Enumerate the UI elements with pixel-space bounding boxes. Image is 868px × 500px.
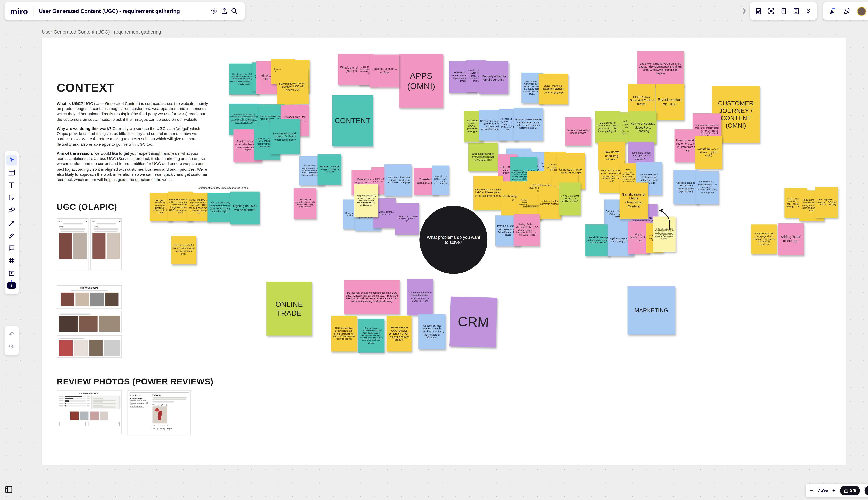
reactions-icon[interactable] (842, 6, 852, 16)
sticky-note[interactable]: would like to …icate content …m many ugc… (696, 171, 719, 204)
ugc-photo[interactable] (90, 292, 103, 306)
sticky-note[interactable]: UGC can't be uploaded directly via the w… (294, 188, 316, 219)
share-label[interactable]: ◎ Share (58, 225, 87, 228)
sticky-note[interactable]: Option to capture content from different… (673, 170, 698, 204)
no-link[interactable]: No (0) (160, 427, 165, 429)
sticky-note[interactable]: …ntiated …rience …an App (369, 54, 399, 87)
sticky-note[interactable]: Flexibility to test putting UGC at diffe… (473, 176, 503, 210)
sticky-note[interactable]: 'As seen on' tags where content is creat… (418, 314, 446, 349)
comment-tool-icon[interactable] (6, 242, 17, 253)
ugc-olapic-heading[interactable]: UGC (OLAPIC) (57, 202, 117, 212)
review-url[interactable]: https://www.clarins... (130, 406, 150, 408)
sticky-note[interactable]: UGC guide for customers to take a great … (595, 111, 620, 143)
sticky-note[interactable]: Need to be mindful that we might change … (171, 236, 196, 264)
review-photos-heading[interactable]: REVIEW PHOTOS (POWER REVIEWS) (57, 376, 213, 386)
ugc-photo[interactable] (75, 292, 89, 306)
reviewer-photo[interactable] (152, 406, 167, 423)
undo-icon[interactable]: ↶ (6, 329, 17, 340)
ugc-photo[interactable] (74, 340, 88, 356)
phone-screenshot-1[interactable]: 10:22▮ ◎ Share (57, 218, 89, 270)
sticky-note[interactable]: …n we d… …e great… …we do… …rate int… …h… (432, 166, 449, 195)
review-photo[interactable] (70, 411, 79, 420)
sticky-note[interactable]: Is this relevant to UGC functionality? T… (653, 216, 676, 252)
sticky-note[interactable]: …used in a …ional way …er than … inspira… (384, 164, 412, 196)
sticky-note[interactable]: Tracy: not just sticking it up there but… (354, 184, 378, 217)
search-reviews-input[interactable] (59, 422, 85, 426)
upload-tool-icon[interactable] (6, 268, 17, 279)
sticky-note[interactable]: Do we need to credit customer's photos w… (271, 119, 300, 154)
sticky-note[interactable]: Have ability manage and report on usage … (585, 225, 610, 256)
help-button[interactable]: ? (864, 486, 868, 495)
sticky-note[interactable]: 'Be inspired' on app homepage uses the U… (344, 280, 400, 314)
search-icon[interactable] (229, 6, 239, 16)
notes-icon[interactable] (791, 6, 801, 16)
sticky-note[interactable]: …promote …C in-store? …g QR code) (695, 136, 722, 169)
ugc-photo[interactable] (73, 233, 87, 259)
phone-screenshot-2[interactable]: 10:22▮ ◎ Share (90, 218, 122, 270)
board-title[interactable]: User Generated Content (UGC) - requireme… (39, 8, 180, 14)
yes-link[interactable]: Yes (2) (152, 427, 158, 429)
sticky-note[interactable]: …inking of other …oducts within the …GC … (514, 214, 539, 246)
ugc-photo[interactable] (60, 292, 74, 306)
frames-counter-pill[interactable]: 3/8 (840, 486, 860, 495)
review-photo[interactable] (100, 411, 108, 420)
sticky-note[interactable]: editable/ …rchable …mage …bilities i.e. … (318, 154, 341, 185)
review-photo[interactable] (80, 411, 89, 420)
sticky-note[interactable]: MARKETING (628, 286, 675, 334)
frame-tool-icon[interactable] (6, 255, 17, 266)
ugc-photo[interactable] (104, 292, 118, 306)
sticky-note[interactable]: UGC - more like instagram stories? (more… (538, 73, 568, 104)
sticky-note[interactable]: …ther …s in the journey to surface? (538, 187, 561, 219)
ugc-photo[interactable] (104, 340, 120, 356)
report-link[interactable]: Report (167, 427, 172, 429)
ugc-photo[interactable] (106, 233, 120, 259)
context-text[interactable]: What is UGC? UGC (User Generated Content… (57, 101, 210, 186)
sticky-note[interactable]: Display content/ prioritise content base… (514, 107, 543, 140)
board-overview-icon[interactable] (4, 485, 13, 494)
ugc-photo[interactable] (89, 340, 103, 356)
sticky-note[interactable]: Can we look at compatibilities with the … (358, 319, 384, 353)
ugc-photo[interactable] (99, 316, 120, 331)
sticky-note[interactable]: How might we connect "standard" UGC with… (276, 69, 309, 105)
sticky-note[interactable]: How might we …stomers …GC (pull …h likes… (815, 187, 838, 218)
frames-focus-icon[interactable] (766, 6, 776, 16)
share-label[interactable]: ◎ Share (92, 225, 120, 228)
sticky-note[interactable]: CRM (449, 296, 497, 348)
presentation-cursor-icon[interactable] (827, 6, 838, 16)
connector-tool-icon[interactable] (6, 217, 17, 228)
sticky-note[interactable]: UGC permeating existing journeys - being… (331, 316, 357, 351)
sticky-note[interactable]: UGC is a great way of displaying diversi… (207, 193, 232, 222)
ugc-photo[interactable] (59, 316, 78, 331)
timer-icon[interactable]: 3 (778, 6, 788, 16)
sticky-note[interactable]: Loads in client side slows page down How… (751, 225, 777, 254)
review-photo[interactable] (90, 411, 99, 420)
ratings-reviews-screenshot[interactable]: RATINGS AND REVIEWS ⌄ (57, 390, 122, 434)
cards-icon[interactable] (753, 6, 764, 16)
sticky-note[interactable]: Partners driving App usage/growth (565, 117, 591, 146)
ugc-photo[interactable] (59, 340, 72, 356)
sticky-note-tool-icon[interactable] (6, 192, 17, 203)
sticky-note[interactable]: Gamification for Users Generating Conten… (619, 182, 648, 219)
sticky-note[interactable]: Adding 'bloat' to the app (778, 224, 804, 255)
zoom-out-button[interactable]: − (810, 488, 813, 493)
select-tool-icon[interactable] (6, 155, 17, 165)
sticky-note[interactable]: Sometimes the UGC (Olapic) content on a … (387, 316, 412, 351)
miro-logo[interactable]: miro (10, 7, 28, 16)
text-tool-icon[interactable] (6, 180, 17, 191)
sticky-note[interactable]: Formal Imagery …ometimes doesn't …ve sca… (187, 193, 210, 221)
export-icon[interactable] (219, 6, 229, 16)
more-tools-icon[interactable]: + (6, 280, 17, 291)
website-screenshot-row2[interactable] (57, 310, 122, 333)
review-detail-screenshot[interactable]: ★★★☆☆ Pump problem Winnipeg, 30 April 20… (128, 390, 191, 435)
central-question-circle[interactable]: What problems do you want to solve? (420, 206, 488, 274)
pen-tool-icon[interactable] (6, 230, 17, 241)
sticky-note[interactable]: ONLINE TRADE (266, 282, 312, 336)
sticky-note[interactable]: APPS (OMNI) (399, 54, 443, 107)
ugc-photo[interactable] (92, 233, 105, 259)
sort-select[interactable]: ⌄ (88, 422, 119, 426)
templates-icon[interactable] (6, 167, 17, 178)
context-heading[interactable]: CONTEXT (57, 81, 114, 95)
sticky-note[interactable]: Is there opportunity to request particul… (407, 279, 433, 315)
sticky-note[interactable]: ke it …/mc …us h… …loa… (620, 112, 630, 143)
sticky-note[interactable]: …e the …l to …ow can …magery …proved …t? (395, 203, 419, 235)
